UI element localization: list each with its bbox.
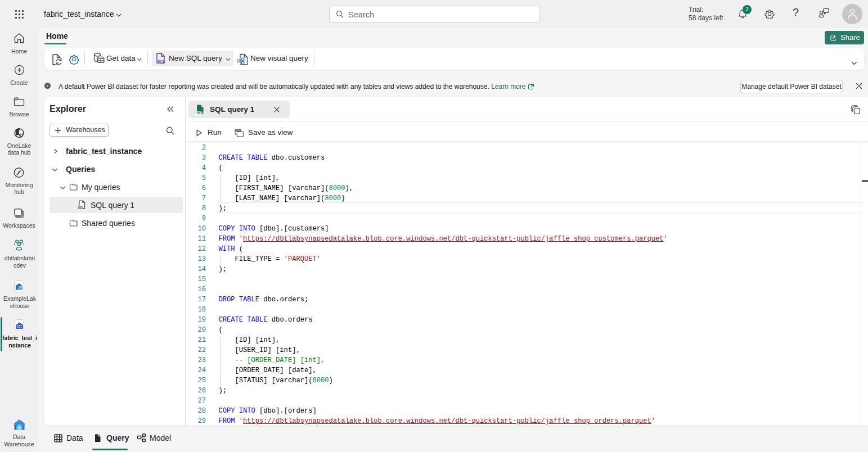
svg-text:SQL: SQL [196,111,203,114]
svg-text:SQL: SQL [78,206,85,209]
svg-text:SQL: SQL [158,60,165,64]
